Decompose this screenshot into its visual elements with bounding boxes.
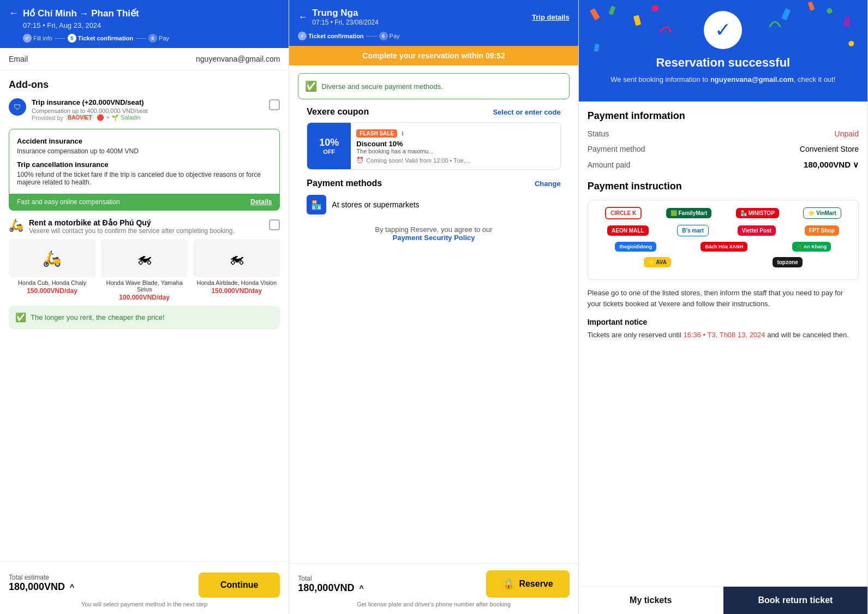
back-arrow-1[interactable]: ← (9, 8, 19, 19)
payment-info-section: Payment information Status Unpaid Paymen… (588, 110, 859, 170)
panel1-header: ← Hồ Chí Minh → Phan Thiết 07:15 • Fri, … (0, 0, 289, 48)
method-label: Payment method (588, 145, 645, 153)
svg-point-3 (651, 5, 658, 11)
method-value: Convenient Store (800, 145, 859, 153)
trip-details-link[interactable]: Trip details (532, 13, 570, 21)
motorbike-checkbox[interactable] (269, 219, 280, 230)
coupon-valid: ⏰ Coming soon! Valid from 12:00 • Tue,..… (356, 157, 554, 164)
moto-name-2: Honda Airblade, Honda Vision (193, 279, 280, 286)
timer-bar: Complete your reservation within 09:52 (289, 46, 578, 65)
step-line-2 (135, 38, 146, 39)
logo-familymart: 🟩 FamilyMart (666, 208, 712, 218)
moto-card-2: 🏍 Honda Airblade, Honda Vision 150.000VN… (193, 239, 280, 301)
total-amount-1: 180,000VND ^ (9, 581, 74, 593)
pm-option: 🏪 At stores or supermarkets (307, 195, 560, 214)
step-pay-1-dot: 6 (148, 34, 157, 43)
instruction-text: Please go to one of the listed stores, t… (588, 288, 859, 311)
logo-vinmart: ⭐ VinMart (803, 207, 841, 219)
success-subtitle: We sent booking information to nguyenvan… (588, 74, 859, 85)
logo-topzone: topzone (773, 257, 802, 267)
accident-insurance-title: Accident insurance (17, 137, 272, 145)
motorbike-promo-text: The longer you rent, the cheaper the pri… (31, 313, 165, 321)
panel1-body: Add-ons 🛡 Trip insurance (+20.000VND/sea… (0, 70, 289, 561)
coupon-right: FLASH SALE ℹ Discount 10% The booking ha… (351, 123, 560, 169)
status-label: Status (588, 129, 609, 138)
logo-bsmart: B's mart (677, 225, 709, 236)
store-logos-grid: CIRCLE K 🟩 FamilyMart 🏪 MINISTOP ⭐ VinMa… (588, 200, 859, 280)
panel2-header: ← Trung Nga 07:15 • Fri, 23/08/2024 Trip… (289, 0, 578, 46)
important-notice: Important notice Tickets are only reserv… (588, 318, 859, 341)
total-label-1: Total estimate (9, 574, 74, 581)
logo-aeon: AEON MALL (607, 225, 648, 236)
moto-price-2: 150.000VND/day (193, 287, 280, 295)
moto-name-1: Honda Wave Blade, Yamaha Sirius (101, 279, 188, 293)
panel1-footer: Total estimate 180,000VND ^ Continue You… (0, 561, 289, 614)
status-value: Unpaid (835, 129, 859, 138)
select-code-link[interactable]: Select or enter code (493, 108, 560, 116)
email-value: nguyenvana@gmail.com (196, 55, 280, 63)
coupon-name: Discount 10% (356, 140, 554, 148)
back-arrow-2[interactable]: ← (298, 11, 308, 23)
amount-value: 180,000VND ∨ (804, 160, 859, 170)
notice-title: Important notice (588, 318, 859, 326)
panel3-footer: My tickets Book return ticket (579, 586, 867, 614)
insurance-details-link[interactable]: Details (250, 198, 272, 206)
coupon-off: OFF (323, 148, 335, 155)
reserve-note: Get license plate and driver's phone num… (298, 601, 569, 607)
reserve-button[interactable]: 🔒 Reserve (486, 570, 569, 598)
step-line-1 (55, 38, 65, 39)
step-line-3 (366, 36, 377, 37)
coupon-card[interactable]: 10% OFF FLASH SALE ℹ Discount 10% The bo… (307, 122, 560, 170)
status-row: Status Unpaid (588, 129, 859, 138)
success-title: Reservation successful (588, 56, 859, 70)
logo-thegioididong: thegioididong (615, 242, 656, 252)
continue-button[interactable]: Continue (199, 573, 280, 598)
amount-label: Amount paid (588, 160, 631, 169)
logos-row-3: thegioididong Bách Hóa XANH 🌿 An Khang (595, 242, 852, 252)
payment-instruction-title: Payment instruction (588, 181, 859, 192)
coupon-pct: 10% (319, 137, 339, 148)
moto-img-0: 🛵 (9, 239, 95, 277)
agree-text: By tapping Reserve, you agree to our (375, 225, 492, 234)
logo-viettelpost: Viettel Post (738, 225, 776, 236)
coupon-header: Vexere coupon Select or enter code (307, 107, 560, 117)
motorbike-promo: ✅ The longer you rent, the cheaper the p… (9, 306, 280, 329)
motorbike-title: Rent a motorbike at Đảo Phú Quý (29, 218, 235, 227)
coupon-left: 10% OFF (307, 123, 351, 169)
pm-option-label: At stores or supermarkets (332, 200, 419, 209)
step-pay-2-dot: 6 (379, 32, 388, 40)
svg-rect-2 (633, 15, 641, 26)
panel-confirmation: ✓ Reservation successful We sent booking… (579, 0, 868, 614)
svg-rect-4 (781, 8, 791, 20)
svg-rect-1 (608, 5, 615, 15)
success-check-circle: ✓ (704, 11, 742, 49)
secure-text: Diverse and secure payment methods. (321, 82, 443, 91)
step-ticket-conf-dot: 5 (68, 34, 76, 43)
motorbike-section: 🛵 Rent a motorbike at Đảo Phú Quý Vexere… (9, 218, 280, 329)
store-icon: 🏪 (307, 195, 326, 214)
svg-rect-7 (843, 16, 851, 27)
total-amount-2: 180,000VND ^ (298, 582, 363, 594)
payment-instruction-section: Payment instruction CIRCLE K 🟩 FamilyMar… (588, 181, 859, 341)
step-fill-info-dot: ✓ (23, 34, 32, 43)
payment-policy-link[interactable]: Payment Security Policy (392, 234, 475, 242)
amount-row: Amount paid 180,000VND ∨ (588, 160, 859, 170)
shield-icon: 🛡 (9, 98, 26, 116)
addons-title: Add-ons (9, 79, 280, 91)
svg-rect-0 (590, 8, 600, 20)
coupon-desc: The booking has a maximu... (356, 148, 554, 154)
email-label: Email (9, 55, 28, 63)
trip-insurance-checkbox[interactable] (269, 99, 280, 110)
panel1-route-title: Hồ Chí Minh → Phan Thiết (23, 8, 139, 19)
notice-text: Tickets are only reserved until 16:36 • … (588, 330, 859, 341)
panel3-body: Payment information Status Unpaid Paymen… (579, 102, 867, 587)
moto-img-2: 🏍 (193, 239, 280, 277)
panel2-body: Vexere coupon Select or enter code 10% O… (289, 107, 578, 563)
book-return-ticket-button[interactable]: Book return ticket (723, 587, 867, 614)
payment-info-title: Payment information (588, 110, 859, 122)
step-ticket-conf-2-label: Ticket confirmation (308, 33, 363, 39)
svg-rect-8 (594, 44, 599, 52)
moto-card-0: 🛵 Honda Cub, Honda Chaly 150.000VND/day (9, 239, 95, 301)
change-link[interactable]: Change (535, 180, 561, 188)
my-tickets-button[interactable]: My tickets (579, 587, 723, 614)
